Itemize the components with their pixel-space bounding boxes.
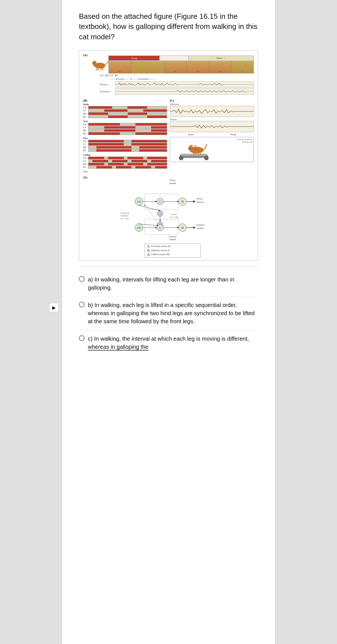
- svg-text:inhibition: inhibition: [121, 215, 129, 217]
- panels-bc: (B) Walk LH LF RH RF Trot LH LF RH RF: [83, 99, 254, 173]
- answer-choice-a[interactable]: a) In walking, intervals for lifting eac…: [79, 271, 258, 297]
- panel-b-label: (B): [83, 99, 167, 102]
- c-extensors-label: Extensors: [170, 103, 254, 106]
- c-swing-label: Swing: [230, 133, 236, 136]
- svg-marker-19: [191, 145, 193, 146]
- flexors-trace: [115, 81, 254, 88]
- swing-label: Swing: [131, 57, 137, 59]
- svg-line-51: [139, 205, 160, 211]
- answer-divider: [79, 266, 258, 267]
- answer-choice-c[interactable]: c) In walking, the interval at which eac…: [79, 330, 258, 356]
- svg-line-5: [96, 68, 97, 71]
- svg-text:E/R: E/R: [137, 227, 141, 229]
- svg-text:Flexor: Flexor: [197, 198, 202, 200]
- limb-labels: LHRHLFRF: [100, 74, 254, 77]
- svg-marker-26: [195, 145, 196, 146]
- svg-marker-18: [189, 145, 191, 146]
- svg-rect-13: [181, 154, 206, 156]
- radio-b[interactable]: [79, 302, 85, 307]
- page: Based on the attached figure (Figure 16.…: [62, 0, 275, 644]
- time-arrow: Time →: [83, 170, 167, 173]
- svg-text:M: M: [181, 226, 184, 229]
- trot-label: Trot: [83, 120, 167, 123]
- panel-d-label: (D): [83, 176, 87, 179]
- whereas-highlight: whereas in galloping the: [88, 344, 149, 350]
- svg-text:E/R: E/R: [137, 201, 141, 203]
- legend-motor: α-Motor neuron (M): [151, 253, 170, 256]
- panel-c: (C) Extensors Flexors Stance: [170, 99, 254, 173]
- answer-text-b: b) In walking, each leg is lifted in a s…: [88, 301, 258, 326]
- svg-point-64: [147, 245, 150, 247]
- svg-point-15: [204, 156, 209, 160]
- question-text: Based on the attached figure (Figure 16.…: [79, 11, 258, 42]
- answer-choice-b[interactable]: b) In walking, each leg is lifted in a s…: [79, 297, 258, 330]
- svg-point-65: [147, 249, 150, 252]
- svg-line-6: [98, 68, 98, 71]
- panel-b: (B) Walk LH LF RH RF Trot LH LF RH RF: [83, 99, 167, 173]
- cat-walking-icon: [92, 58, 108, 72]
- c-flexors-trace: [170, 121, 254, 132]
- extensor-module-label: Extensormodule: [169, 235, 177, 241]
- c-stance-label: Stance: [188, 133, 194, 136]
- svg-text:I: I: [160, 213, 161, 215]
- cat-treadmill-box: Level of transectionof spinal cord: [170, 137, 254, 162]
- panel-d: (D) Flexormodule E/R E M: [83, 176, 254, 258]
- svg-point-14: [179, 156, 183, 160]
- svg-text:muscles: muscles: [197, 227, 204, 230]
- legend-inhibitory: Inhibitory neuron (I): [151, 249, 170, 253]
- play-icon: ▶: [52, 305, 56, 310]
- answer-text-c: c) In walking, the interval at which eac…: [88, 335, 258, 351]
- svg-text:E: E: [160, 227, 161, 229]
- svg-text:muscles: muscles: [197, 201, 204, 203]
- svg-text:E: E: [160, 201, 161, 203]
- svg-point-20: [190, 148, 191, 149]
- svg-text:M: M: [181, 200, 184, 203]
- stance-label: Stance: [217, 57, 222, 59]
- figure-container: (A): [79, 50, 258, 261]
- stance-swing-row: Stance Swing: [170, 133, 254, 136]
- panel-a: (A): [83, 53, 254, 97]
- play-button[interactable]: ▶: [49, 303, 58, 312]
- svg-text:Extensor: Extensor: [197, 224, 205, 226]
- svg-marker-4: [95, 60, 96, 61]
- legend-excitatory: Excitatory neuron (E): [151, 245, 171, 248]
- svg-text:Reciprocal: Reciprocal: [121, 212, 129, 214]
- panel-c-label: (C): [170, 99, 254, 102]
- answer-text-a: a) In walking, intervals for lifting eac…: [88, 276, 258, 292]
- svg-point-9: [93, 63, 94, 63]
- flexion-label: ←——Flexion——: [108, 77, 129, 80]
- svg-text:(V1, V2b): (V1, V2b): [170, 216, 178, 218]
- panel-a-label: (A): [83, 53, 87, 57]
- walk-label: Walk: [83, 103, 167, 106]
- legend-box: Excitatory neuron (E) Inhibitory neuron …: [145, 244, 201, 258]
- svg-point-66: [147, 254, 150, 256]
- cat-treadmill-icon: [171, 138, 211, 161]
- extensors-trace: [115, 88, 254, 95]
- gallop-label: Gallop: [83, 153, 167, 156]
- pace-label: Pace: [83, 137, 167, 139]
- radio-c[interactable]: [79, 335, 85, 341]
- circuit-diagram: E/R E M I I E/R: [119, 185, 226, 239]
- flexors-label: Flexors: [100, 83, 115, 86]
- transection-label: Level of transectionof spinal cord: [237, 138, 252, 143]
- svg-point-2: [92, 61, 97, 65]
- extensors-label: Extensors: [100, 90, 115, 93]
- flexor-module-label: Flexormodule: [169, 179, 176, 185]
- radio-a[interactable]: [79, 276, 85, 282]
- c-extensors-trace: [170, 106, 254, 117]
- extension-label: ——Extension——→: [133, 77, 156, 80]
- svg-line-8: [103, 68, 103, 70]
- svg-marker-3: [93, 60, 95, 62]
- svg-text:(V1, V2b): (V1, V2b): [121, 217, 129, 220]
- svg-point-17: [188, 146, 194, 151]
- svg-text:rla-INs: rla-INs: [171, 213, 177, 216]
- c-flexors-label: Flexors: [170, 118, 254, 121]
